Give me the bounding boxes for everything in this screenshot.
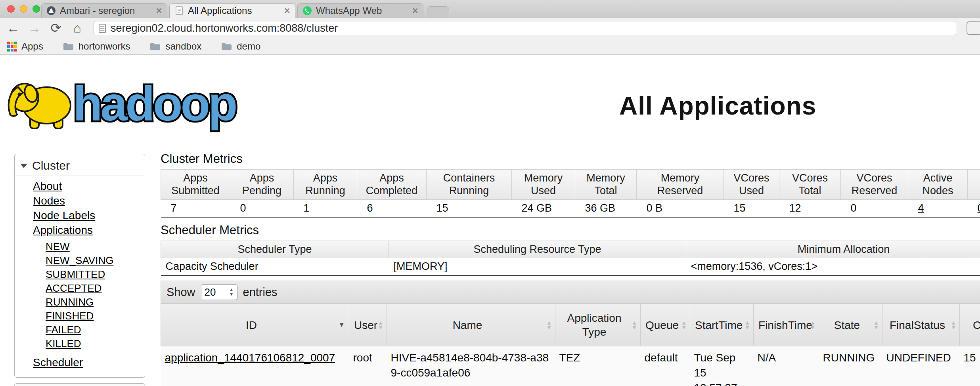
col-apps-submitted: Apps Submitted (161, 170, 230, 200)
col-scheduler-type: Scheduler Type (161, 241, 389, 258)
sidebar-item-nodes[interactable]: Nodes (33, 195, 65, 207)
memory-reserved-value: 0 B (637, 199, 724, 217)
new-tab-button[interactable] (427, 6, 449, 18)
scheduler-metrics-table: Scheduler Type Scheduling Resource Type … (161, 241, 980, 276)
active-nodes-link[interactable]: 4 (918, 202, 924, 214)
sort-icon[interactable]: ▲▼ (681, 320, 687, 330)
col-id[interactable]: ID ▼ (161, 304, 349, 346)
sort-icon[interactable]: ▲▼ (951, 320, 956, 330)
reload-icon[interactable]: ⟳ (48, 20, 63, 36)
page-content: hadoop All Applications Cluster About No… (0, 55, 980, 386)
sort-icon[interactable]: ▲▼ (873, 320, 879, 330)
tab-ambari[interactable]: Ambari - seregion × (41, 3, 167, 18)
close-window-button[interactable] (7, 5, 15, 13)
list-item: ACCEPTED (46, 282, 145, 294)
minimize-window-button[interactable] (20, 5, 27, 13)
vcores-total-value: 12 (779, 199, 841, 217)
page-title: All Applications (619, 91, 816, 120)
sort-icon[interactable]: ▲▼ (810, 320, 815, 330)
cluster-metrics-heading: Cluster Metrics (161, 152, 980, 166)
col-queue[interactable]: Queue ▲▼ (641, 304, 690, 346)
col-memory-reserved: Memory Reserved (637, 170, 724, 200)
tab-strip: Ambari - seregion × All Applications × W… (0, 0, 980, 18)
page-size-value: 20 (205, 286, 216, 298)
bookmark-folder-sandbox[interactable]: sandbox (150, 41, 201, 52)
sort-desc-icon[interactable]: ▼ (338, 321, 345, 329)
forward-icon[interactable]: → (27, 20, 42, 36)
list-item: NEW (46, 241, 145, 253)
finalstatus-cell: UNDEFINED (882, 346, 960, 386)
col-starttime[interactable]: StartTime ▲▼ (690, 304, 754, 346)
apps-running-value: 1 (294, 199, 357, 217)
list-item: About (33, 180, 145, 193)
queue-cell: default (641, 346, 690, 386)
tools-section-header[interactable]: Tools (14, 383, 145, 386)
col-minimum-allocation: Minimum Allocation (686, 241, 980, 258)
containers-running-value: 15 (427, 199, 512, 217)
sidebar-state-finished[interactable]: FINISHED (46, 310, 94, 322)
tab-close-icon[interactable]: × (156, 6, 162, 16)
col-finalstatus[interactable]: FinalStatus ▲▼ (882, 304, 960, 346)
sort-icon[interactable]: ▲▼ (632, 320, 637, 330)
apps-pending-value: 0 (230, 199, 294, 217)
vcores-used-value: 15 (724, 199, 779, 217)
list-item: NEW_SAVING (46, 254, 145, 267)
col-vcores-total: VCores Total (779, 170, 841, 200)
tab-close-icon[interactable]: × (412, 6, 418, 16)
bookmark-label: Apps (21, 41, 43, 52)
finishtime-cell: N/A (754, 346, 819, 386)
user-cell: root (349, 346, 387, 386)
home-icon[interactable]: ⌂ (70, 20, 85, 36)
list-item: Scheduler (33, 356, 145, 369)
sidebar-state-running[interactable]: RUNNING (46, 296, 94, 308)
sort-icon[interactable]: ▲▼ (745, 320, 750, 330)
col-application-type[interactable]: Application Type ▲▼ (555, 304, 641, 346)
cluster-section-header[interactable]: Cluster (15, 156, 145, 176)
list-item: FAILED (46, 324, 145, 336)
sidebar-item-node-labels[interactable]: Node Labels (33, 209, 95, 222)
page-size-select[interactable]: 20 ▲▼ (201, 284, 237, 300)
sidebar-state-killed[interactable]: KILLED (46, 338, 81, 350)
sidebar-item-applications[interactable]: Applications (33, 224, 93, 236)
col-clipped[interactable]: C (960, 304, 980, 346)
cluster-section-label: Cluster (32, 159, 70, 172)
zoom-window-button[interactable] (33, 5, 40, 13)
scheduler-metrics-heading: Scheduler Metrics (161, 223, 980, 237)
main-panel: Cluster Metrics Apps Submitted Apps Pend… (161, 152, 980, 386)
col-memory-used: Memory Used (512, 170, 575, 200)
back-icon[interactable]: ← (6, 20, 21, 36)
whatsapp-favicon (302, 6, 312, 15)
hadoop-logo-text: hadoop (73, 77, 236, 131)
application-id-link[interactable]: application_1440176106812_0007 (165, 352, 335, 364)
sidebar-state-accepted[interactable]: ACCEPTED (46, 282, 102, 294)
clipped-nodes-link[interactable]: 0 (978, 202, 980, 214)
name-cell: HIVE-a45814e8-804b-4738-a389-cc059a1afe0… (387, 346, 555, 386)
sidebar-state-submitted[interactable]: SUBMITTED (46, 268, 105, 280)
col-finishtime[interactable]: FinishTime ▲▼ (754, 304, 819, 346)
bookmark-folder-hortonworks[interactable]: hortonworks (63, 41, 130, 52)
sidebar-state-new-saving[interactable]: NEW_SAVING (46, 254, 113, 266)
ambari-favicon (46, 6, 56, 15)
tab-all-applications[interactable]: All Applications × (169, 3, 295, 18)
sidebar: Cluster About Nodes Node Labels Applicat… (14, 154, 145, 386)
tab-whatsapp[interactable]: WhatsApp Web × (297, 3, 423, 18)
scheduler-row: Capacity Scheduler [MEMORY] <memory:1536… (161, 258, 980, 276)
col-user[interactable]: User ▲▼ (349, 304, 387, 346)
col-name[interactable]: Name ▲▼ (387, 304, 555, 346)
sidebar-state-new[interactable]: NEW (46, 241, 70, 252)
sidebar-state-failed[interactable]: FAILED (46, 324, 81, 336)
address-bar[interactable]: seregion02.cloud.hortonworks.com:8088/cl… (94, 21, 956, 35)
application-type-cell: TEZ (555, 346, 641, 386)
sort-icon[interactable]: ▲▼ (378, 320, 383, 330)
bookmark-apps[interactable]: Apps (7, 41, 43, 52)
sidebar-item-about[interactable]: About (33, 180, 62, 192)
sort-icon[interactable]: ▲▼ (546, 320, 552, 330)
sidebar-item-scheduler[interactable]: Scheduler (33, 356, 83, 369)
entries-label: entries (243, 286, 278, 299)
bookmark-folder-demo[interactable]: demo (221, 41, 260, 52)
hadoop-elephant-icon (9, 83, 71, 128)
browser-side-panel-icon[interactable] (967, 21, 980, 35)
tab-close-icon[interactable]: × (284, 6, 290, 16)
window-controls (7, 5, 40, 13)
col-state[interactable]: State ▲▼ (819, 304, 882, 346)
